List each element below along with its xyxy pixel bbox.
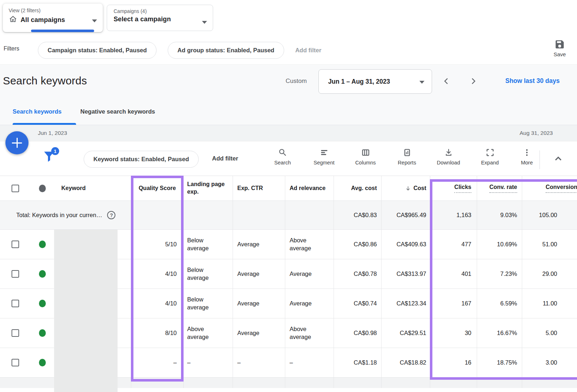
conv-rate-cell: 16.67%: [477, 318, 522, 348]
total-row-label: Total: Keywords in your curren…: [16, 212, 102, 219]
ad-relevance-cell: Above average: [285, 230, 334, 259]
add-keyword-fab[interactable]: [5, 131, 28, 154]
column-header-clicks[interactable]: Clicks: [430, 176, 477, 201]
column-header-quality-score[interactable]: Quality Score: [131, 176, 183, 201]
view-selector[interactable]: View (2 filters) All campaigns: [3, 4, 103, 32]
ad-relevance-cell: Average: [285, 289, 334, 318]
filters-label: Filters: [4, 45, 19, 52]
conversions-cell: 11.00: [522, 289, 577, 318]
expand-button[interactable]: Expand: [469, 148, 511, 166]
chevron-down-icon: [202, 21, 207, 24]
cost-cell: CA$123.34: [381, 289, 430, 318]
add-filter-button-table[interactable]: Add filter: [212, 155, 238, 162]
filter-chip-campaign-status[interactable]: Campaign status: Enabled, Paused: [38, 42, 157, 59]
clicks-cell: 167: [430, 289, 477, 318]
conv-rate-cell: 18.75%: [477, 348, 522, 377]
avg-cost-cell: CA$0.98: [334, 318, 381, 348]
tab-search-keywords[interactable]: Search keywords: [13, 108, 62, 115]
show-last-30-days-link[interactable]: Show last 30 days: [505, 77, 560, 85]
conv-rate-cell: 7.23%: [477, 259, 522, 289]
campaign-selector[interactable]: Campaigns (4) Select a campaign: [107, 5, 213, 31]
previous-date-range-button[interactable]: [439, 74, 454, 88]
status-enabled-dot[interactable]: [39, 300, 46, 307]
download-button[interactable]: Download: [428, 148, 469, 166]
quality-score-cell: 4/10: [131, 289, 183, 318]
google-ads-search-keywords-screen: View (2 filters) All campaigns Campaigns…: [0, 0, 577, 392]
status-enabled-dot[interactable]: [39, 241, 46, 248]
avg-cost-cell: CA$0.78: [334, 259, 381, 289]
row-checkbox[interactable]: [12, 359, 19, 366]
cost-cell: CA$29.51: [381, 318, 430, 348]
exp-ctr-cell: –: [233, 348, 285, 377]
conv-rate-cell: 6.59%: [477, 289, 522, 318]
segment-icon: [303, 148, 345, 157]
status-enabled-dot[interactable]: [39, 329, 46, 337]
filter-chip-keyword-status[interactable]: Keyword status: Enabled, Paused: [84, 151, 199, 168]
date-range-value: Jun 1 – Aug 31, 2023: [328, 78, 390, 85]
chevron-down-icon: [419, 81, 424, 84]
landing-page-exp-cell: Below average: [183, 259, 233, 289]
add-filter-button[interactable]: Add filter: [295, 47, 321, 54]
view-selector-value: All campaigns: [21, 16, 65, 24]
row-checkbox[interactable]: [12, 241, 19, 248]
ad-relevance-cell: Average: [285, 259, 334, 289]
columns-button[interactable]: Columns: [345, 148, 386, 166]
table-header-row: Keyword Quality Score Landing page exp. …: [0, 176, 577, 201]
timeline-end-date: Aug 31, 2023: [520, 130, 553, 136]
conversions-cell: 5.00: [522, 318, 577, 348]
status-enabled-dot[interactable]: [39, 359, 46, 366]
row-checkbox[interactable]: [12, 300, 19, 307]
toolbar-divider: [539, 150, 540, 169]
column-header-ad-relevance[interactable]: Ad relevance: [285, 176, 334, 201]
column-header-keyword[interactable]: Keyword: [54, 176, 131, 201]
active-filters-button[interactable]: 1: [43, 149, 58, 167]
column-header-cost[interactable]: Cost: [381, 176, 430, 201]
cost-cell: CA$409.63: [381, 230, 430, 259]
cost-cell: CA$313.97: [381, 259, 430, 289]
ad-relevance-cell: Above average: [285, 318, 334, 348]
more-button[interactable]: More: [511, 148, 543, 166]
date-range-picker[interactable]: Jun 1 – Aug 31, 2023: [318, 69, 432, 94]
status-column-header-dot: [39, 185, 46, 192]
row-checkbox[interactable]: [12, 329, 19, 337]
collapse-table-button[interactable]: [551, 153, 565, 164]
total-conversions: 105.00: [522, 201, 577, 229]
status-enabled-dot[interactable]: [39, 270, 46, 278]
tab-negative-search-keywords[interactable]: Negative search keywords: [80, 108, 155, 115]
row-checkbox[interactable]: [12, 270, 19, 278]
column-header-landing-page-exp[interactable]: Landing page exp.: [183, 176, 233, 201]
home-icon: [9, 15, 17, 25]
column-header-exp-ctr[interactable]: Exp. CTR: [233, 176, 285, 201]
exp-ctr-cell: Average: [233, 289, 285, 318]
quality-score-cell: 4/10: [131, 259, 183, 289]
segment-button[interactable]: Segment: [303, 148, 345, 166]
column-header-conversions[interactable]: Conversions: [522, 176, 577, 201]
clicks-cell: 16: [430, 348, 477, 377]
page-title: Search keywords: [3, 75, 87, 87]
conversions-cell: 51.00: [522, 230, 577, 259]
chevron-down-icon: [92, 19, 97, 22]
funnel-filter-icon: [43, 159, 56, 165]
reports-button[interactable]: Reports: [386, 148, 428, 166]
save-button[interactable]: Save: [548, 39, 571, 57]
landing-page-exp-cell: –: [183, 348, 233, 377]
conversions-cell: 29.00: [522, 259, 577, 289]
search-button[interactable]: Search: [262, 148, 303, 166]
conv-rate-cell: 10.69%: [477, 230, 522, 259]
landing-page-exp-cell: Above average: [183, 318, 233, 348]
sort-descending-icon: [405, 185, 411, 191]
reports-icon: [386, 148, 428, 157]
table-toolbar: 1 Keyword status: Enabled, Paused Add fi…: [0, 141, 577, 176]
next-date-range-button[interactable]: [466, 74, 480, 88]
ad-relevance-cell: –: [285, 348, 334, 377]
column-header-avg-cost[interactable]: Avg. cost: [334, 176, 381, 201]
column-header-conv-rate[interactable]: Conv. rate: [477, 176, 522, 201]
redacted-keyword-column-block: [54, 230, 118, 392]
toolbar-actions: Search Segment Columns Reports: [262, 148, 543, 166]
select-all-checkbox[interactable]: [12, 185, 19, 192]
filter-chip-ad-group-status[interactable]: Ad group status: Enabled, Paused: [168, 42, 284, 59]
timeline-band: Jun 1, 2023 Aug 31, 2023: [0, 125, 577, 141]
help-icon[interactable]: ?: [107, 211, 115, 219]
exp-ctr-cell: Average: [233, 230, 285, 259]
clicks-cell: 30: [430, 318, 477, 348]
